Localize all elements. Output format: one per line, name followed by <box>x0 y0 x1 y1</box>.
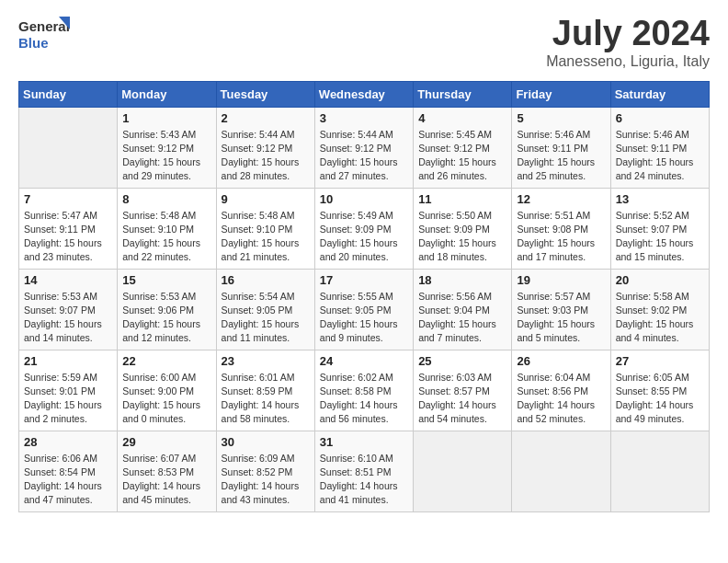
day-info: Sunrise: 5:59 AMSunset: 9:01 PMDaylight:… <box>24 371 112 427</box>
calendar-cell: 3Sunrise: 5:44 AMSunset: 9:12 PMDaylight… <box>314 107 413 188</box>
logo: General Blue <box>18 15 74 55</box>
day-number: 27 <box>616 354 704 368</box>
col-saturday: Saturday <box>610 81 709 107</box>
calendar-cell: 17Sunrise: 5:55 AMSunset: 9:05 PMDayligh… <box>314 269 413 350</box>
day-info: Sunrise: 6:10 AMSunset: 8:51 PMDaylight:… <box>320 452 408 508</box>
calendar-cell: 4Sunrise: 5:45 AMSunset: 9:12 PMDaylight… <box>414 107 512 188</box>
day-info: Sunrise: 5:47 AMSunset: 9:11 PMDaylight:… <box>24 209 112 265</box>
day-info: Sunrise: 5:46 AMSunset: 9:11 PMDaylight:… <box>616 128 704 184</box>
calendar-week-row: 21Sunrise: 5:59 AMSunset: 9:01 PMDayligh… <box>19 350 710 431</box>
day-info: Sunrise: 5:55 AMSunset: 9:05 PMDaylight:… <box>320 290 408 346</box>
day-number: 24 <box>320 354 408 368</box>
calendar-cell: 7Sunrise: 5:47 AMSunset: 9:11 PMDaylight… <box>19 188 118 269</box>
day-number: 2 <box>222 111 310 125</box>
calendar-week-row: 7Sunrise: 5:47 AMSunset: 9:11 PMDaylight… <box>19 188 710 269</box>
col-sunday: Sunday <box>19 81 118 107</box>
day-number: 1 <box>122 111 210 125</box>
day-number: 20 <box>616 273 704 287</box>
day-number: 22 <box>122 354 210 368</box>
calendar-cell: 10Sunrise: 5:49 AMSunset: 9:09 PMDayligh… <box>314 188 413 269</box>
day-info: Sunrise: 5:57 AMSunset: 9:03 PMDaylight:… <box>517 290 605 346</box>
day-number: 25 <box>418 354 506 368</box>
calendar-cell: 8Sunrise: 5:48 AMSunset: 9:10 PMDaylight… <box>118 188 216 269</box>
day-number: 19 <box>517 273 605 287</box>
calendar-cell: 28Sunrise: 6:06 AMSunset: 8:54 PMDayligh… <box>19 431 118 511</box>
day-info: Sunrise: 5:52 AMSunset: 9:07 PMDaylight:… <box>616 209 704 265</box>
day-number: 28 <box>24 435 112 449</box>
col-monday: Monday <box>118 81 216 107</box>
month-title: July 2024 <box>546 15 710 53</box>
calendar-week-row: 14Sunrise: 5:53 AMSunset: 9:07 PMDayligh… <box>19 269 710 350</box>
calendar-cell: 25Sunrise: 6:03 AMSunset: 8:57 PMDayligh… <box>414 350 512 431</box>
calendar-cell: 26Sunrise: 6:04 AMSunset: 8:56 PMDayligh… <box>512 350 610 431</box>
day-number: 23 <box>222 354 310 368</box>
svg-text:General: General <box>18 18 70 34</box>
day-info: Sunrise: 6:04 AMSunset: 8:56 PMDaylight:… <box>517 371 605 427</box>
calendar-cell: 21Sunrise: 5:59 AMSunset: 9:01 PMDayligh… <box>19 350 118 431</box>
calendar-cell: 24Sunrise: 6:02 AMSunset: 8:58 PMDayligh… <box>314 350 413 431</box>
calendar-cell: 19Sunrise: 5:57 AMSunset: 9:03 PMDayligh… <box>512 269 610 350</box>
calendar-cell <box>414 431 512 511</box>
day-info: Sunrise: 6:06 AMSunset: 8:54 PMDaylight:… <box>24 452 112 508</box>
title-block: July 2024 Manesseno, Liguria, Italy <box>546 15 710 70</box>
day-info: Sunrise: 5:53 AMSunset: 9:07 PMDaylight:… <box>24 290 112 346</box>
calendar-cell: 14Sunrise: 5:53 AMSunset: 9:07 PMDayligh… <box>19 269 118 350</box>
day-number: 30 <box>222 435 310 449</box>
day-info: Sunrise: 5:46 AMSunset: 9:11 PMDaylight:… <box>517 128 605 184</box>
day-number: 10 <box>320 192 408 206</box>
calendar-cell: 11Sunrise: 5:50 AMSunset: 9:09 PMDayligh… <box>414 188 512 269</box>
day-info: Sunrise: 5:56 AMSunset: 9:04 PMDaylight:… <box>418 290 506 346</box>
day-number: 29 <box>122 435 210 449</box>
day-info: Sunrise: 5:50 AMSunset: 9:09 PMDaylight:… <box>418 209 506 265</box>
day-number: 12 <box>517 192 605 206</box>
day-info: Sunrise: 6:07 AMSunset: 8:53 PMDaylight:… <box>122 452 210 508</box>
day-info: Sunrise: 5:58 AMSunset: 9:02 PMDaylight:… <box>616 290 704 346</box>
logo-svg: General Blue <box>18 15 74 55</box>
calendar-week-row: 28Sunrise: 6:06 AMSunset: 8:54 PMDayligh… <box>19 431 710 511</box>
day-number: 16 <box>222 273 310 287</box>
calendar-cell: 22Sunrise: 6:00 AMSunset: 9:00 PMDayligh… <box>118 350 216 431</box>
day-number: 7 <box>24 192 112 206</box>
calendar-cell: 15Sunrise: 5:53 AMSunset: 9:06 PMDayligh… <box>118 269 216 350</box>
day-number: 9 <box>222 192 310 206</box>
col-friday: Friday <box>512 81 610 107</box>
day-info: Sunrise: 5:48 AMSunset: 9:10 PMDaylight:… <box>222 209 310 265</box>
calendar-cell: 12Sunrise: 5:51 AMSunset: 9:08 PMDayligh… <box>512 188 610 269</box>
day-number: 3 <box>320 111 408 125</box>
calendar-cell: 2Sunrise: 5:44 AMSunset: 9:12 PMDaylight… <box>216 107 314 188</box>
day-info: Sunrise: 5:45 AMSunset: 9:12 PMDaylight:… <box>418 128 506 184</box>
calendar-week-row: 1Sunrise: 5:43 AMSunset: 9:12 PMDaylight… <box>19 107 710 188</box>
day-number: 5 <box>517 111 605 125</box>
calendar-cell: 1Sunrise: 5:43 AMSunset: 9:12 PMDaylight… <box>118 107 216 188</box>
calendar-cell: 27Sunrise: 6:05 AMSunset: 8:55 PMDayligh… <box>610 350 709 431</box>
day-number: 31 <box>320 435 408 449</box>
calendar-cell: 23Sunrise: 6:01 AMSunset: 8:59 PMDayligh… <box>216 350 314 431</box>
day-info: Sunrise: 5:43 AMSunset: 9:12 PMDaylight:… <box>122 128 210 184</box>
day-info: Sunrise: 5:49 AMSunset: 9:09 PMDaylight:… <box>320 209 408 265</box>
calendar-cell: 29Sunrise: 6:07 AMSunset: 8:53 PMDayligh… <box>118 431 216 511</box>
calendar-cell <box>19 107 118 188</box>
day-number: 21 <box>24 354 112 368</box>
day-info: Sunrise: 5:44 AMSunset: 9:12 PMDaylight:… <box>222 128 310 184</box>
day-number: 4 <box>418 111 506 125</box>
day-info: Sunrise: 6:09 AMSunset: 8:52 PMDaylight:… <box>222 452 310 508</box>
calendar-cell: 30Sunrise: 6:09 AMSunset: 8:52 PMDayligh… <box>216 431 314 511</box>
day-info: Sunrise: 6:05 AMSunset: 8:55 PMDaylight:… <box>616 371 704 427</box>
day-info: Sunrise: 5:51 AMSunset: 9:08 PMDaylight:… <box>517 209 605 265</box>
day-info: Sunrise: 5:44 AMSunset: 9:12 PMDaylight:… <box>320 128 408 184</box>
day-info: Sunrise: 6:01 AMSunset: 8:59 PMDaylight:… <box>222 371 310 427</box>
day-number: 14 <box>24 273 112 287</box>
day-info: Sunrise: 5:54 AMSunset: 9:05 PMDaylight:… <box>222 290 310 346</box>
day-number: 18 <box>418 273 506 287</box>
col-thursday: Thursday <box>414 81 512 107</box>
col-tuesday: Tuesday <box>216 81 314 107</box>
page-header: General Blue July 2024 Manesseno, Liguri… <box>18 15 710 70</box>
calendar-cell <box>610 431 709 511</box>
day-number: 15 <box>122 273 210 287</box>
day-info: Sunrise: 6:00 AMSunset: 9:00 PMDaylight:… <box>122 371 210 427</box>
calendar-cell: 13Sunrise: 5:52 AMSunset: 9:07 PMDayligh… <box>610 188 709 269</box>
day-number: 26 <box>517 354 605 368</box>
day-info: Sunrise: 5:48 AMSunset: 9:10 PMDaylight:… <box>122 209 210 265</box>
calendar-cell: 18Sunrise: 5:56 AMSunset: 9:04 PMDayligh… <box>414 269 512 350</box>
location-text: Manesseno, Liguria, Italy <box>546 53 710 70</box>
